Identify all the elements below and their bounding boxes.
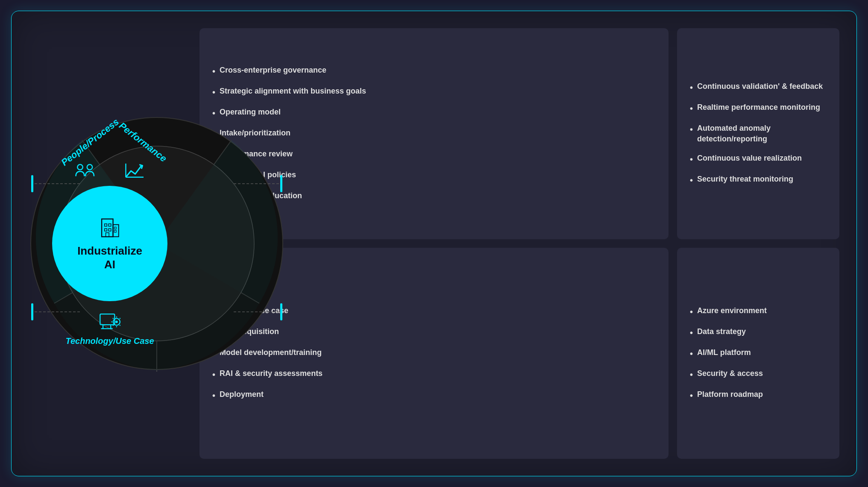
technology-label: Technology/Use Case <box>65 336 154 346</box>
bottom-right-list: Azure environment Data strategy AI/ML pl… <box>690 301 827 406</box>
list-item: Continuous value realization <box>690 149 827 170</box>
list-item: AI/ML platform <box>690 343 827 364</box>
list-item: Security & access <box>690 364 827 385</box>
svg-rect-43 <box>114 230 116 232</box>
building-icon <box>100 216 120 242</box>
svg-rect-21 <box>100 314 114 325</box>
list-item: Security threat monitoring <box>690 170 827 191</box>
svg-rect-36 <box>105 224 107 226</box>
svg-rect-14 <box>31 303 33 320</box>
svg-rect-39 <box>108 229 111 232</box>
svg-line-34 <box>113 325 114 326</box>
svg-rect-41 <box>113 225 119 237</box>
svg-rect-35 <box>102 219 113 237</box>
performance-icon <box>123 160 145 182</box>
list-item: Azure environment <box>690 301 827 322</box>
svg-rect-15 <box>280 303 282 320</box>
svg-point-18 <box>87 164 93 170</box>
svg-rect-42 <box>114 227 116 229</box>
list-item: Continuous validation' & feedback <box>690 77 827 98</box>
top-right-box: Continuous validation' & feedback Realti… <box>677 28 839 239</box>
svg-line-31 <box>113 318 114 319</box>
svg-rect-37 <box>108 224 111 226</box>
circle-container: People/Process Performance Technology/Us… <box>29 115 191 372</box>
svg-line-33 <box>120 318 120 319</box>
center-diagram: People/Process Performance Technology/Us… <box>29 115 191 372</box>
list-item: Data strategy <box>690 322 827 343</box>
people-process-icon <box>75 160 96 182</box>
top-right-list: Continuous validation' & feedback Realti… <box>690 77 827 191</box>
svg-rect-13 <box>280 175 282 192</box>
svg-line-32 <box>120 325 120 326</box>
svg-point-26 <box>115 321 118 323</box>
svg-rect-12 <box>31 175 33 192</box>
list-item: Strategic alignment with business goals <box>212 82 656 103</box>
list-item: Cross-enterprise governance <box>212 61 656 82</box>
center-circle: Industrialize AI <box>52 186 167 301</box>
technology-icon <box>99 310 120 331</box>
list-item: Realtime performance monitoring <box>690 98 827 119</box>
list-item: Deployment <box>212 385 656 406</box>
main-layout: Cross-enterprise governance Strategic al… <box>29 28 839 459</box>
center-title-line2: AI <box>104 258 115 271</box>
center-title-line1: Industrialize <box>77 244 142 258</box>
list-item: Automated anomaly detection/reporting <box>690 119 827 149</box>
svg-rect-38 <box>105 229 107 232</box>
bottom-right-box: Azure environment Data strategy AI/ML pl… <box>677 248 839 459</box>
svg-rect-40 <box>106 233 109 237</box>
svg-point-17 <box>77 164 83 170</box>
list-item: Platform roadmap <box>690 385 827 406</box>
main-container: Cross-enterprise governance Strategic al… <box>11 11 857 476</box>
